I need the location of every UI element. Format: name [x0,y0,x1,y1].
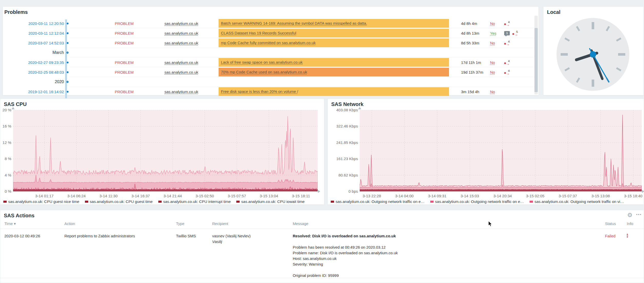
problem-message-link[interactable]: Batch server WARNING 14-169: Assuming th… [221,21,367,25]
host-link[interactable]: sas.analytium.co.uk [164,60,198,65]
y-axis-tick-label: 16 % [0,124,11,129]
legend-swatch-icon [331,201,334,203]
problem-message-link[interactable]: mp Code Cache fully committed on sas.ana… [221,41,316,45]
y-axis-tick-label: 80.62 Kbps [328,173,358,178]
sort-desc-icon: ▾ [14,221,16,226]
event-time-link[interactable]: 2020-03-11 12:12:04 [28,31,64,35]
column-header-type[interactable]: Type [176,221,184,226]
host-link[interactable]: sas.analytium.co.uk [164,21,198,26]
action-count-icon[interactable]: 4→ [504,21,510,26]
timeline-marker-row: March [4,48,532,57]
column-header-recipient[interactable]: Recipient [212,221,228,226]
column-header-info[interactable]: Info [627,221,633,226]
timeline-dot [67,71,69,73]
problems-scrollbar-thumb[interactable] [534,28,538,92]
ack-link[interactable]: No [490,60,495,65]
action-dot-icon [504,23,506,25]
column-header-message[interactable]: Message [293,221,308,226]
problem-duration: 3m 15d 4h [449,90,490,94]
mouse-cursor [488,221,494,228]
timeline-dot [67,42,69,44]
legend-swatch-icon [85,201,88,203]
problem-duration: 19d 11h 37m [449,70,490,74]
event-time-link[interactable]: 2020-02-25 08:48:03 [28,70,64,74]
ack-link[interactable]: No [490,90,495,94]
action-message-line: Problem name: Disk I/O is overloaded on … [293,250,398,256]
action-message-line: Severity: Warning [293,261,398,267]
problem-message-link[interactable]: Lack of free swap space on sas.analytium… [221,60,303,64]
x-axis-arrow-icon [642,190,644,193]
y-axis-tick-label: 4 % [0,173,11,178]
y-axis-tick-label: 322.46 Kbps [328,124,358,129]
action-message-title: Resolved: Disk I/O is overloaded on sas.… [293,233,398,239]
column-header-time[interactable]: Time ▾ [4,221,16,226]
problem-row: 2020-02-25 08:48:03 PROBLEM sas.analytiu… [4,67,532,77]
problem-message-link[interactable]: CLASS Dataset Has 19 Records Successful [221,31,296,35]
clock-panel: Local [543,6,644,95]
legend-item: sas.analytium.co.uk: CPU interrupt time [158,199,231,204]
y-axis-tick-label: 12 % [0,140,11,145]
action-count-icon[interactable]: 4→ [504,60,510,65]
action-count-icon[interactable]: 5→ [512,31,518,36]
y-axis-tick-label: 8 % [0,157,11,161]
timeline-dot [67,32,69,34]
action-count-icon[interactable]: 4→ [504,40,510,45]
gear-icon[interactable]: ⚙ [627,212,632,218]
problems-list: 2020-03-11 12:20:50 PROBLEM sas.analytiu… [4,18,532,96]
problem-status: PROBLEM [115,60,133,65]
network-chart-panel: SAS Network 403.08 Kbps322.46 Kbps241.85… [327,99,644,205]
clock-center-dot [590,51,596,58]
event-time-link[interactable]: 2020-03-11 12:20:50 [28,21,64,26]
action-recipient: vasnev (Vasilij Nevlev)Vasilij [212,233,251,245]
ack-link[interactable]: No [490,41,495,45]
event-time-link[interactable]: 2020-02-27 09:23:35 [28,60,64,65]
more-options-icon[interactable]: ••• [636,212,642,217]
chart-legend: sas.analytium.co.uk: CPU guest nice time… [3,199,305,204]
problem-status: PROBLEM [115,31,133,35]
legend-item: sas.analytium.co.uk: CPU guest nice time [3,199,79,204]
host-link[interactable]: sas.analytium.co.uk [164,70,198,74]
chart-plot-area[interactable] [360,110,642,191]
ack-link[interactable]: No [490,21,495,26]
host-link[interactable]: sas.analytium.co.uk [164,90,198,94]
timeline-dot [67,62,69,63]
problem-status: PROBLEM [115,41,133,45]
host-link[interactable]: sas.analytium.co.uk [164,31,198,35]
ack-link[interactable]: Yes [490,31,496,35]
chart-plot-area[interactable] [13,110,318,191]
problem-row: 2020-03-11 12:12:04 PROBLEM sas.analytiu… [4,28,532,38]
legend-item: sas.analytium.co.uk: CPU iowait time [236,199,305,204]
problem-duration: 4d 8h 13m [449,31,490,35]
problem-row: 2020-03-11 12:20:50 PROBLEM sas.analytiu… [4,18,532,28]
column-header-action[interactable]: Action [64,221,75,226]
x-axis-tick-label: 3-15 18:40 [614,194,644,198]
host-link[interactable]: sas.analytium.co.uk [164,41,198,45]
event-time-link[interactable]: 2020-03-07 14:52:03 [28,41,64,45]
action-message-line: Original problem ID: 95999 [293,273,398,278]
legend-swatch-icon [430,201,434,203]
action-dot-icon [512,33,514,35]
problem-status: PROBLEM [115,90,133,94]
problem-row: 2020-02-27 09:23:35 PROBLEM sas.analytiu… [4,57,532,67]
problem-status: PROBLEM [115,21,133,26]
action-status: Failed [605,233,616,239]
problems-scrollbar[interactable] [534,16,538,94]
problem-row: 2019-12-01 16:14:02 PROBLEM sas.analytiu… [4,87,532,96]
action-info-icon[interactable]: i [627,233,628,238]
problem-message-link[interactable]: 70% mp Code Cache used on sas.analytium.… [221,70,307,74]
comment-badge[interactable]: 1 [504,31,510,35]
y-axis-tick-label: 241.85 Kbps [328,140,358,145]
network-chart-title: SAS Network [328,99,644,107]
column-header-status[interactable]: Status [605,221,616,226]
ack-link[interactable]: No [490,70,495,74]
actions-table-header: Time ▾ActionTypeRecipientMessageStatusIn… [0,221,644,229]
action-message-line: Problem has been resolved at 00:49:26 on… [293,245,398,250]
y-axis-tick-label: 161.23 Kbps [328,157,358,161]
x-axis-tick-label: 3-15 18:11 [282,194,320,198]
action-arrow-icon: → [514,33,518,36]
problem-message-link[interactable]: Free disk space is less than 20% on volu… [221,89,298,94]
y-axis-tick-label: 20 % [0,108,11,112]
event-time-link[interactable]: 2019-12-01 16:14:02 [28,90,64,94]
action-count-icon[interactable]: 4→ [504,70,510,75]
timeline-dot [67,91,69,93]
